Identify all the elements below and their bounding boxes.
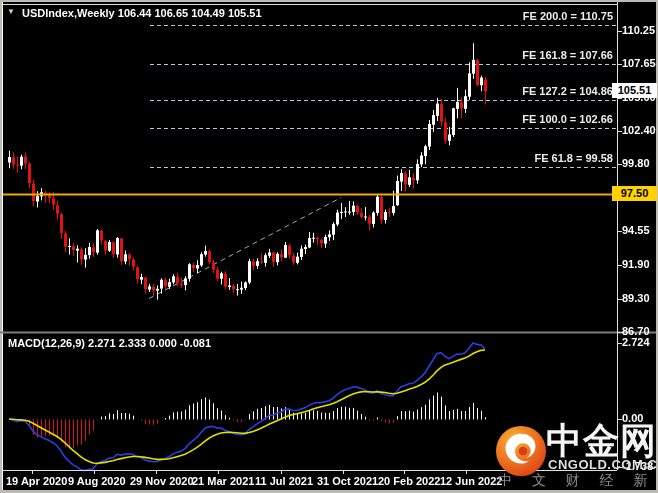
- time-axis-label: 11 Jul 2021: [255, 475, 313, 488]
- chart-window: ▼ USDIndex,Weekly 106.44 106.65 104.49 1…: [0, 0, 658, 493]
- watermark-brand: 中金网: [546, 422, 657, 460]
- macd-indicator-title: MACD(12,26,9) 2.271 2.333 0.000 -0.081: [8, 337, 211, 350]
- time-axis-label: 21 Mar 2021: [192, 475, 254, 488]
- time-axis-label: 29 Nov 2020: [130, 475, 194, 488]
- price-axis-label: 89.30: [622, 292, 650, 305]
- chevron-down-icon[interactable]: ▼: [7, 7, 15, 16]
- price-axis-label: 107.65: [622, 57, 656, 70]
- price-axis-label: 102.40: [622, 124, 656, 137]
- macd-axis-label: 2.724: [622, 336, 650, 349]
- hline-price-badge: 97.50: [612, 186, 657, 201]
- price-axis-label: 110.25: [622, 24, 655, 37]
- fib-level-label: FE 200.0 = 110.75: [523, 10, 613, 22]
- watermark-domain: CNGOLD.COM.CN: [548, 457, 658, 472]
- time-axis-label: 20 Feb 2022: [378, 475, 440, 488]
- time-axis-label: 19 Apr 2020: [6, 475, 67, 488]
- watermark-tagline: 中 文 财 经 新 媒 体: [498, 472, 658, 490]
- cloud-swirl-icon: [495, 425, 547, 477]
- price-axis-label: 91.90: [622, 258, 650, 271]
- price-axis-label: 99.80: [622, 157, 650, 170]
- symbol-title: USDIndex,Weekly 106.44 106.65 104.49 105…: [22, 7, 262, 20]
- current-price-badge: 105.51: [612, 83, 657, 98]
- fib-level-label: FE 161.8 = 107.66: [522, 49, 613, 61]
- time-axis-label: 31 Oct 2021: [317, 475, 378, 488]
- site-watermark: 中金网 CNGOLD.COM.CN 中 文 财 经 新 媒 体: [492, 420, 658, 492]
- fib-level-label: FE 127.2 = 104.86: [522, 85, 613, 97]
- price-axis-label: 94.55: [622, 224, 650, 237]
- time-axis-label: 9 Aug 2020: [68, 475, 126, 488]
- fib-level-label: FE 61.8 = 99.58: [534, 152, 613, 164]
- fib-level-label: FE 100.0 = 102.66: [522, 113, 613, 125]
